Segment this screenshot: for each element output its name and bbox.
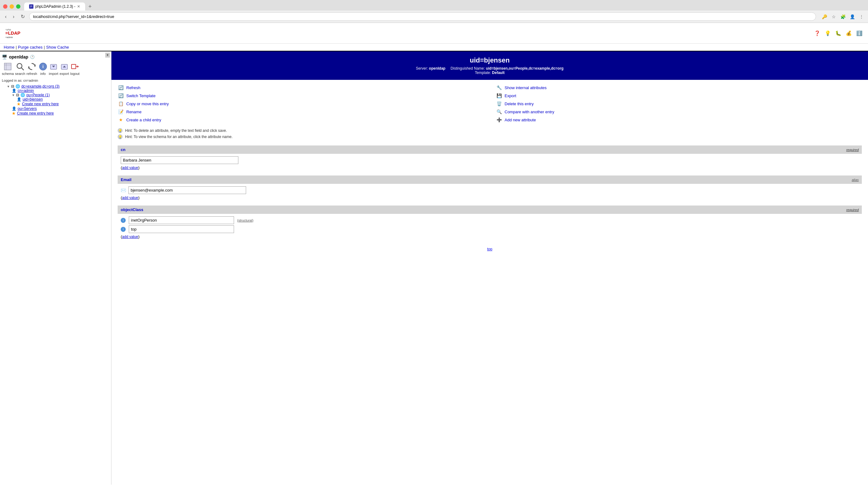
objectclass-structural-badge[interactable]: (structural) [237, 219, 253, 222]
email-input-row: ✉️ [121, 186, 859, 194]
objectclass-attr-name-link[interactable]: objectClass [121, 207, 143, 212]
tree-label-cn-admin[interactable]: cn=admin [18, 89, 34, 93]
bug-icon[interactable]: 🐛 [835, 29, 842, 37]
delete-link[interactable]: Delete this entry [504, 101, 534, 106]
entry-header: uid=bjensen Server: openldap Distinguish… [112, 52, 868, 80]
server-name: openldap [9, 55, 28, 59]
email-input[interactable] [128, 186, 246, 194]
export-icon [60, 62, 69, 71]
tree-item-uid-bjensen[interactable]: 👤 uid=bjensen [2, 97, 109, 101]
sidebar-toolbar: schema search refresh i [2, 61, 109, 77]
show-cache-link[interactable]: Show Cache [46, 45, 69, 50]
tree-label-create-new-1[interactable]: Create new entry here [22, 102, 59, 106]
tree-label-create-new-2[interactable]: Create new entry here [17, 111, 54, 116]
switch-template-icon: 🔄 [118, 93, 124, 99]
main-layout: + 🖥️ openldap 🕐 schema search [0, 52, 868, 485]
objectclass-info-icon-2[interactable]: i [121, 227, 126, 232]
export-link[interactable]: Export [504, 94, 516, 98]
tree-label-uid-bjensen[interactable]: uid=bjensen [23, 97, 43, 101]
menu-icon[interactable]: ⋮ [858, 13, 865, 20]
tab-bar: P phpLDAPadmin (1.2.3) - ✕ + [24, 2, 93, 10]
new-tab-button[interactable]: + [86, 3, 93, 10]
refresh-link[interactable]: Refresh [126, 86, 141, 90]
hint-bulb-icon-2: 💡 [118, 134, 123, 139]
maximize-window-button[interactable] [16, 4, 21, 9]
tree-item-create-new-2[interactable]: ★ Create new entry here [2, 111, 109, 116]
create-child-link[interactable]: Create a child entry [126, 118, 161, 122]
tab-close-button[interactable]: ✕ [77, 4, 80, 9]
home-link[interactable]: Home [4, 45, 14, 50]
hint-bulb-icon-1: 💡 [118, 128, 123, 133]
browser-nav: ‹ › ↻ 🔑 ☆ 🧩 👤 ⋮ [0, 10, 868, 23]
sidebar-expand-button[interactable]: + [105, 53, 110, 58]
sidebar-tool-export[interactable]: export [59, 62, 69, 75]
cn-input[interactable] [121, 156, 238, 164]
hint-text-1: Hint: To delete an attribute, empty the … [125, 128, 227, 133]
donate-icon[interactable]: 💰 [845, 29, 852, 37]
main-panel: uid=bjensen Server: openldap Distinguish… [112, 52, 868, 485]
tree-item-cn-admin[interactable]: 👤 cn=admin [2, 89, 109, 93]
browser-chrome: P phpLDAPadmin (1.2.3) - ✕ + ‹ › ↻ 🔑 ☆ 🧩… [0, 0, 868, 23]
sidebar-tool-logout[interactable]: logout [70, 62, 80, 75]
help-icon[interactable]: ℹ️ [856, 29, 863, 37]
search-icon [16, 62, 25, 71]
active-tab[interactable]: P phpLDAPadmin (1.2.3) - ✕ [24, 2, 85, 10]
tree-label-ou-people[interactable]: ou=People (1) [26, 93, 50, 97]
sidebar-tool-import[interactable]: import [49, 62, 59, 75]
objectclass-input-1[interactable] [129, 216, 234, 224]
switch-template-link[interactable]: Switch Template [126, 94, 155, 98]
email-add-value-link[interactable]: add value [122, 196, 138, 200]
action-add-attr: ➕ Add new attribute [496, 116, 862, 124]
top-nav: Home | Purge caches | Show Cache [0, 44, 868, 52]
tree-item-ou-people[interactable]: ▼ ⊟ 🌐 ou=People (1) [2, 93, 109, 97]
minimize-window-button[interactable] [9, 4, 14, 9]
svg-marker-8 [34, 65, 36, 67]
question-icon[interactable]: ❓ [813, 29, 821, 37]
key-icon[interactable]: 🔑 [821, 13, 828, 20]
close-window-button[interactable] [3, 4, 7, 9]
top-link[interactable]: top [487, 247, 493, 251]
back-button[interactable]: ‹ [3, 13, 8, 20]
copy-move-icon: 📋 [118, 101, 124, 107]
compare-link[interactable]: Compare with another entry [504, 109, 554, 114]
tree-item-create-new-1[interactable]: ★ Create new entry here [2, 101, 109, 106]
rename-link[interactable]: Rename [126, 109, 142, 114]
show-internal-link[interactable]: Show internal attributes [504, 86, 547, 90]
cn-required-badge: required [846, 148, 859, 152]
hints: 💡 Hint: To delete an attribute, empty th… [112, 128, 868, 142]
profile-icon[interactable]: 👤 [849, 13, 856, 20]
tree-item-ou-servers[interactable]: 👤 ou=Servers [2, 106, 109, 111]
app-header: =php =LDAP =admin ❓ 💡 🐛 💰 ℹ️ [0, 23, 868, 44]
action-delete: 🗑️ Delete this entry [496, 100, 862, 108]
address-bar[interactable] [29, 12, 816, 21]
sidebar-tool-info[interactable]: i info [38, 62, 48, 75]
attr-section-objectclass: objectClass required i (structural) i (a… [118, 205, 862, 241]
server-clock-icon: 🕐 [30, 55, 35, 59]
sidebar-tool-refresh[interactable]: refresh [27, 62, 37, 75]
star-bookmark-icon[interactable]: ☆ [830, 13, 837, 20]
minus-icon: ⊟ [11, 84, 14, 89]
sidebar-tool-search[interactable]: search [15, 62, 25, 75]
dn-value: uid=bjensen,ou=People,dc=example,dc=org [486, 66, 564, 71]
sidebar-tool-schema[interactable]: schema [2, 62, 14, 75]
email-attr-name-link[interactable]: Email [121, 177, 131, 182]
objectclass-info-icon-1[interactable]: i [121, 218, 126, 223]
attr-body-objectclass: i (structural) i (add value) [118, 214, 862, 241]
bulb-icon[interactable]: 💡 [824, 29, 832, 37]
tree-label-dc-example[interactable]: dc=example,dc=org (3) [21, 84, 59, 89]
tree-item-dc-example[interactable]: ▼ ⊟ 🌐 dc=example,dc=org (3) [2, 84, 109, 89]
objectclass-add-value-link[interactable]: add value [122, 235, 138, 239]
phpldapadmin-logo: =php =LDAP =admin [5, 25, 30, 41]
reload-button[interactable]: ↻ [19, 13, 27, 20]
objectclass-input-2[interactable] [129, 225, 234, 233]
cn-attr-name-link[interactable]: cn [121, 147, 125, 152]
action-refresh: 🔄 Refresh [118, 84, 484, 92]
cn-add-value-link[interactable]: add value [122, 166, 138, 170]
delete-icon: 🗑️ [496, 101, 502, 107]
forward-button[interactable]: › [11, 13, 16, 20]
tree-label-ou-servers[interactable]: ou=Servers [18, 106, 37, 111]
add-attr-link[interactable]: Add new attribute [504, 118, 536, 122]
purge-caches-link[interactable]: Purge caches [18, 45, 43, 50]
extensions-icon[interactable]: 🧩 [839, 13, 846, 20]
copy-move-link[interactable]: Copy or move this entry [126, 101, 169, 106]
